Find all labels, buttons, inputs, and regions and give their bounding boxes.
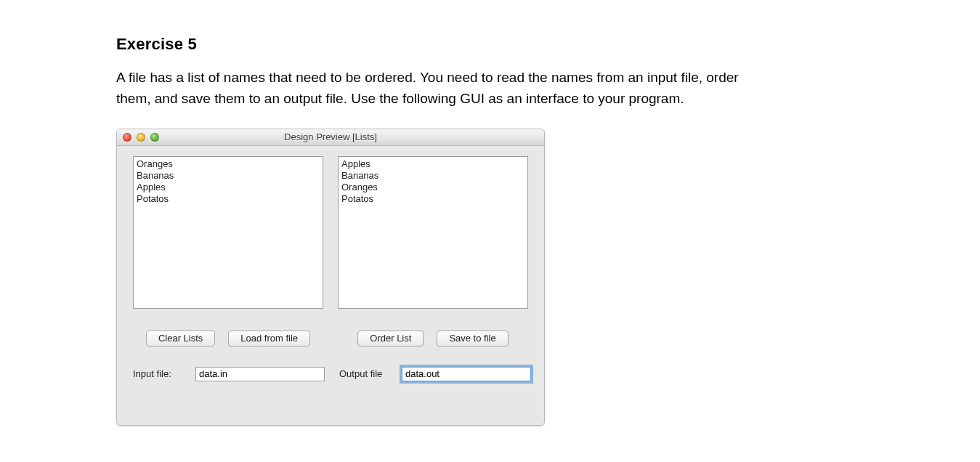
list-item[interactable]: Oranges [137,158,320,170]
exercise-title: Exercise 5 [116,35,864,54]
window-close-icon[interactable] [123,133,131,142]
clear-lists-button[interactable]: Clear Lists [146,331,215,346]
window-body: OrangesBananasApplesPotatos ApplesBanana… [117,146,544,425]
load-from-file-button[interactable]: Load from file [228,331,310,346]
save-to-file-button[interactable]: Save to file [437,331,508,346]
list-item[interactable]: Potatos [341,193,525,205]
list-item[interactable]: Apples [137,182,320,193]
input-file-field[interactable] [195,367,325,381]
list-item[interactable]: Bananas [137,170,320,182]
window-titlebar: Design Preview [Lists] [117,129,544,146]
window-traffic-lights [123,133,159,142]
list-item[interactable]: Bananas [341,170,525,182]
output-list[interactable]: ApplesBananasOrangesPotatos [338,156,528,309]
input-list[interactable]: OrangesBananasApplesPotatos [133,156,323,309]
input-file-label: Input file: [133,368,185,379]
exercise-description: A file has a list of names that need to … [116,67,748,110]
list-item[interactable]: Apples [341,158,525,170]
output-file-field[interactable] [402,367,531,381]
output-file-label: Output file [339,368,392,379]
window-zoom-icon[interactable] [150,133,159,142]
list-item[interactable]: Oranges [341,182,525,193]
window-title: Design Preview [Lists] [123,131,538,142]
order-list-button[interactable]: Order List [357,331,424,346]
list-item[interactable]: Potatos [137,193,320,205]
app-window: Design Preview [Lists] OrangesBananasApp… [116,129,545,426]
window-minimize-icon[interactable] [137,133,145,142]
